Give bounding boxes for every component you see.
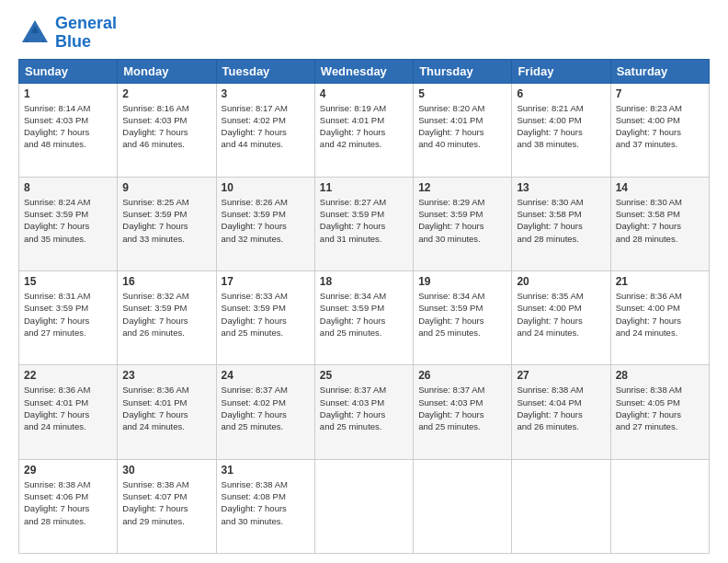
day-info: Sunrise: 8:35 AMSunset: 4:00 PMDaylight:… <box>517 290 605 339</box>
calendar-cell: 27Sunrise: 8:38 AMSunset: 4:04 PMDayligh… <box>512 365 610 459</box>
day-info: Sunrise: 8:25 AMSunset: 3:59 PMDaylight:… <box>122 196 210 245</box>
calendar-cell: 10Sunrise: 8:26 AMSunset: 3:59 PMDayligh… <box>216 177 314 270</box>
day-number: 28 <box>616 369 704 382</box>
day-info: Sunrise: 8:30 AMSunset: 3:58 PMDaylight:… <box>616 196 704 245</box>
calendar-cell: 6Sunrise: 8:21 AMSunset: 4:00 PMDaylight… <box>512 83 610 177</box>
day-number: 2 <box>122 87 210 100</box>
calendar-cell: 17Sunrise: 8:33 AMSunset: 3:59 PMDayligh… <box>216 271 314 365</box>
day-info: Sunrise: 8:38 AMSunset: 4:08 PMDaylight:… <box>222 478 310 527</box>
calendar-cell <box>610 459 709 553</box>
day-number: 4 <box>320 87 408 100</box>
day-info: Sunrise: 8:29 AMSunset: 3:59 PMDaylight:… <box>418 196 506 245</box>
logo: General Blue <box>18 15 117 52</box>
day-info: Sunrise: 8:38 AMSunset: 4:06 PMDaylight:… <box>24 478 112 527</box>
calendar-cell: 28Sunrise: 8:38 AMSunset: 4:05 PMDayligh… <box>610 365 709 459</box>
calendar-cell: 16Sunrise: 8:32 AMSunset: 3:59 PMDayligh… <box>118 271 216 365</box>
calendar-week-0: 1Sunrise: 8:14 AMSunset: 4:03 PMDaylight… <box>19 83 710 177</box>
calendar-cell <box>512 459 610 553</box>
day-info: Sunrise: 8:36 AMSunset: 4:01 PMDaylight:… <box>122 384 210 432</box>
logo-text: General Blue <box>55 15 117 52</box>
weekday-header-thursday: Thursday <box>414 59 512 83</box>
day-info: Sunrise: 8:24 AMSunset: 3:59 PMDaylight:… <box>24 196 112 245</box>
calendar-cell: 31Sunrise: 8:38 AMSunset: 4:08 PMDayligh… <box>216 459 314 553</box>
day-number: 27 <box>517 369 605 382</box>
day-info: Sunrise: 8:38 AMSunset: 4:07 PMDaylight:… <box>122 478 210 527</box>
logo-icon <box>18 17 51 50</box>
weekday-header-friday: Friday <box>512 59 610 83</box>
calendar-cell: 19Sunrise: 8:34 AMSunset: 3:59 PMDayligh… <box>414 271 512 365</box>
day-info: Sunrise: 8:34 AMSunset: 3:59 PMDaylight:… <box>418 290 506 339</box>
weekday-header-monday: Monday <box>118 59 216 83</box>
day-number: 31 <box>222 464 310 477</box>
day-info: Sunrise: 8:37 AMSunset: 4:03 PMDaylight:… <box>320 384 408 432</box>
calendar-cell: 15Sunrise: 8:31 AMSunset: 3:59 PMDayligh… <box>19 271 118 365</box>
day-info: Sunrise: 8:23 AMSunset: 4:00 PMDaylight:… <box>616 102 704 151</box>
day-number: 24 <box>222 369 310 382</box>
day-info: Sunrise: 8:36 AMSunset: 4:01 PMDaylight:… <box>24 384 112 432</box>
calendar-cell: 14Sunrise: 8:30 AMSunset: 3:58 PMDayligh… <box>610 177 709 270</box>
day-info: Sunrise: 8:38 AMSunset: 4:04 PMDaylight:… <box>517 384 605 432</box>
calendar-week-2: 15Sunrise: 8:31 AMSunset: 3:59 PMDayligh… <box>19 271 710 365</box>
day-info: Sunrise: 8:20 AMSunset: 4:01 PMDaylight:… <box>418 102 506 151</box>
calendar-cell: 5Sunrise: 8:20 AMSunset: 4:01 PMDaylight… <box>414 83 512 177</box>
day-number: 18 <box>320 275 408 288</box>
calendar-cell: 7Sunrise: 8:23 AMSunset: 4:00 PMDaylight… <box>610 83 709 177</box>
calendar-cell: 8Sunrise: 8:24 AMSunset: 3:59 PMDaylight… <box>19 177 118 270</box>
day-info: Sunrise: 8:14 AMSunset: 4:03 PMDaylight:… <box>24 102 112 151</box>
day-number: 7 <box>616 87 704 100</box>
weekday-header-wednesday: Wednesday <box>314 59 413 83</box>
weekday-header-saturday: Saturday <box>610 59 709 83</box>
day-number: 16 <box>122 275 210 288</box>
calendar-cell: 23Sunrise: 8:36 AMSunset: 4:01 PMDayligh… <box>118 365 216 459</box>
day-number: 1 <box>24 87 112 100</box>
day-info: Sunrise: 8:37 AMSunset: 4:03 PMDaylight:… <box>418 384 506 432</box>
calendar-cell: 18Sunrise: 8:34 AMSunset: 3:59 PMDayligh… <box>314 271 413 365</box>
calendar-cell: 29Sunrise: 8:38 AMSunset: 4:06 PMDayligh… <box>19 459 118 553</box>
svg-rect-2 <box>28 33 42 42</box>
calendar-cell: 11Sunrise: 8:27 AMSunset: 3:59 PMDayligh… <box>314 177 413 270</box>
weekday-header-sunday: Sunday <box>19 59 118 83</box>
calendar-week-3: 22Sunrise: 8:36 AMSunset: 4:01 PMDayligh… <box>19 365 710 459</box>
calendar-cell: 25Sunrise: 8:37 AMSunset: 4:03 PMDayligh… <box>314 365 413 459</box>
day-number: 12 <box>418 181 506 194</box>
calendar-header: SundayMondayTuesdayWednesdayThursdayFrid… <box>19 59 710 83</box>
day-number: 25 <box>320 369 408 382</box>
day-number: 26 <box>418 369 506 382</box>
calendar-cell: 24Sunrise: 8:37 AMSunset: 4:02 PMDayligh… <box>216 365 314 459</box>
day-number: 13 <box>517 181 605 194</box>
day-number: 19 <box>418 275 506 288</box>
day-info: Sunrise: 8:17 AMSunset: 4:02 PMDaylight:… <box>222 102 310 151</box>
day-number: 22 <box>24 369 112 382</box>
day-number: 14 <box>616 181 704 194</box>
day-number: 9 <box>122 181 210 194</box>
day-number: 10 <box>222 181 310 194</box>
day-number: 29 <box>24 464 112 477</box>
calendar-cell: 12Sunrise: 8:29 AMSunset: 3:59 PMDayligh… <box>414 177 512 270</box>
day-number: 15 <box>24 275 112 288</box>
day-info: Sunrise: 8:21 AMSunset: 4:00 PMDaylight:… <box>517 102 605 151</box>
calendar-cell: 26Sunrise: 8:37 AMSunset: 4:03 PMDayligh… <box>414 365 512 459</box>
header: General Blue <box>18 15 710 52</box>
day-number: 20 <box>517 275 605 288</box>
day-number: 8 <box>24 181 112 194</box>
calendar-cell: 4Sunrise: 8:19 AMSunset: 4:01 PMDaylight… <box>314 83 413 177</box>
day-info: Sunrise: 8:37 AMSunset: 4:02 PMDaylight:… <box>222 384 310 432</box>
day-info: Sunrise: 8:26 AMSunset: 3:59 PMDaylight:… <box>222 196 310 245</box>
day-number: 3 <box>222 87 310 100</box>
calendar-cell: 9Sunrise: 8:25 AMSunset: 3:59 PMDaylight… <box>118 177 216 270</box>
day-number: 11 <box>320 181 408 194</box>
calendar-cell: 3Sunrise: 8:17 AMSunset: 4:02 PMDaylight… <box>216 83 314 177</box>
calendar-cell <box>414 459 512 553</box>
page: General Blue SundayMondayTuesdayWednesda… <box>0 0 728 563</box>
day-info: Sunrise: 8:27 AMSunset: 3:59 PMDaylight:… <box>320 196 408 245</box>
day-info: Sunrise: 8:16 AMSunset: 4:03 PMDaylight:… <box>122 102 210 151</box>
calendar-cell <box>314 459 413 553</box>
weekday-header-tuesday: Tuesday <box>216 59 314 83</box>
calendar-cell: 2Sunrise: 8:16 AMSunset: 4:03 PMDaylight… <box>118 83 216 177</box>
calendar-cell: 22Sunrise: 8:36 AMSunset: 4:01 PMDayligh… <box>19 365 118 459</box>
day-number: 30 <box>122 464 210 477</box>
day-info: Sunrise: 8:34 AMSunset: 3:59 PMDaylight:… <box>320 290 408 339</box>
day-number: 17 <box>222 275 310 288</box>
calendar-week-4: 29Sunrise: 8:38 AMSunset: 4:06 PMDayligh… <box>19 459 710 553</box>
calendar-cell: 13Sunrise: 8:30 AMSunset: 3:58 PMDayligh… <box>512 177 610 270</box>
